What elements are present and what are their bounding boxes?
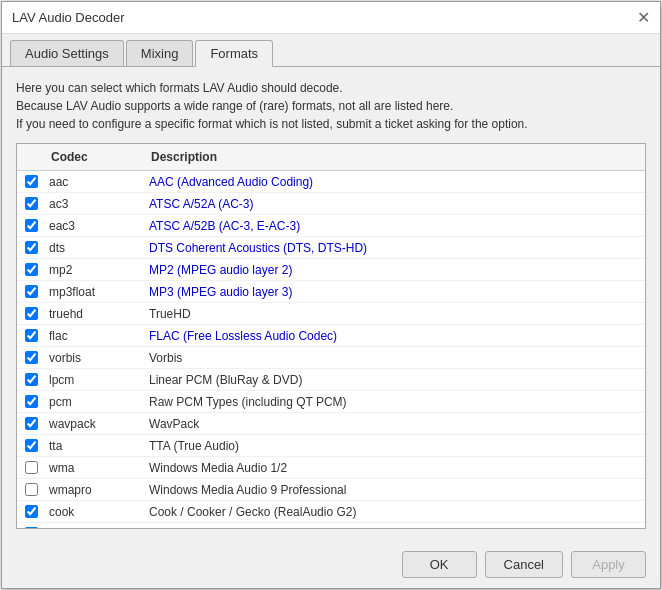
row-codec: wma — [45, 459, 145, 477]
tab-mixing[interactable]: Mixing — [126, 40, 194, 66]
col-codec: Codec — [45, 148, 145, 166]
dialog-title: LAV Audio Decoder — [12, 10, 125, 25]
table-row: eac3ATSC A/52B (AC-3, E-AC-3) — [17, 215, 645, 237]
title-bar: LAV Audio Decoder ✕ — [2, 2, 660, 34]
info-line2: Because LAV Audio supports a wide range … — [16, 97, 646, 115]
row-checkbox[interactable] — [17, 527, 45, 528]
row-checkbox[interactable] — [17, 175, 45, 188]
row-description: WavPack — [145, 415, 645, 433]
row-checkbox[interactable] — [17, 395, 45, 408]
row-checkbox[interactable] — [17, 307, 45, 320]
codec-table: Codec Description aacAAC (Advanced Audio… — [16, 143, 646, 529]
row-description: Real Audio (SIPR, RALF, 14.4 28.8) — [145, 525, 645, 529]
cancel-button[interactable]: Cancel — [485, 551, 563, 578]
row-checkbox[interactable] — [17, 461, 45, 474]
table-row: cookCook / Cooker / Gecko (RealAudio G2) — [17, 501, 645, 523]
row-codec: ac3 — [45, 195, 145, 213]
row-codec: truehd — [45, 305, 145, 323]
table-row: wavpackWavPack — [17, 413, 645, 435]
table-row: mp3floatMP3 (MPEG audio layer 3) — [17, 281, 645, 303]
row-codec: aac — [45, 173, 145, 191]
row-description: ATSC A/52A (AC-3) — [145, 195, 645, 213]
row-description: DTS Coherent Acoustics (DTS, DTS-HD) — [145, 239, 645, 257]
content-area: Here you can select which formats LAV Au… — [2, 67, 660, 541]
row-codec: eac3 — [45, 217, 145, 235]
tab-formats[interactable]: Formats — [195, 40, 273, 67]
table-row: ttaTTA (True Audio) — [17, 435, 645, 457]
row-codec: flac — [45, 327, 145, 345]
table-row: truehdTrueHD — [17, 303, 645, 325]
row-checkbox[interactable] — [17, 505, 45, 518]
row-description: ATSC A/52B (AC-3, E-AC-3) — [145, 217, 645, 235]
row-codec: mp2 — [45, 261, 145, 279]
table-row: flacFLAC (Free Lossless Audio Codec) — [17, 325, 645, 347]
row-checkbox[interactable] — [17, 329, 45, 342]
row-description: Linear PCM (BluRay & DVD) — [145, 371, 645, 389]
table-row: mp2MP2 (MPEG audio layer 2) — [17, 259, 645, 281]
table-row: dtsDTS Coherent Acoustics (DTS, DTS-HD) — [17, 237, 645, 259]
row-codec: cook — [45, 503, 145, 521]
tab-audio-settings[interactable]: Audio Settings — [10, 40, 124, 66]
row-checkbox[interactable] — [17, 285, 45, 298]
table-body: aacAAC (Advanced Audio Coding)ac3ATSC A/… — [17, 171, 645, 528]
row-checkbox[interactable] — [17, 439, 45, 452]
table-row: realaudioReal Audio (SIPR, RALF, 14.4 28… — [17, 523, 645, 528]
col-desc: Description — [145, 148, 629, 166]
apply-button[interactable]: Apply — [571, 551, 646, 578]
row-checkbox[interactable] — [17, 219, 45, 232]
row-codec: lpcm — [45, 371, 145, 389]
row-codec: realaudio — [45, 525, 145, 529]
table-row: ac3ATSC A/52A (AC-3) — [17, 193, 645, 215]
table-row: lpcmLinear PCM (BluRay & DVD) — [17, 369, 645, 391]
row-checkbox[interactable] — [17, 351, 45, 364]
row-description: TTA (True Audio) — [145, 437, 645, 455]
row-codec: mp3float — [45, 283, 145, 301]
dialog: LAV Audio Decoder ✕ Audio Settings Mixin… — [1, 1, 661, 589]
row-checkbox[interactable] — [17, 483, 45, 496]
footer: OK Cancel Apply — [2, 541, 660, 588]
row-codec: wavpack — [45, 415, 145, 433]
row-description: MP3 (MPEG audio layer 3) — [145, 283, 645, 301]
row-description: Windows Media Audio 1/2 — [145, 459, 645, 477]
table-row: wmaWindows Media Audio 1/2 — [17, 457, 645, 479]
tab-bar: Audio Settings Mixing Formats — [2, 34, 660, 67]
row-codec: wmapro — [45, 481, 145, 499]
row-checkbox[interactable] — [17, 417, 45, 430]
row-checkbox[interactable] — [17, 241, 45, 254]
row-description: Windows Media Audio 9 Professional — [145, 481, 645, 499]
close-button[interactable]: ✕ — [637, 10, 650, 26]
row-checkbox[interactable] — [17, 197, 45, 210]
row-codec: dts — [45, 239, 145, 257]
col-check — [17, 148, 45, 166]
info-line1: Here you can select which formats LAV Au… — [16, 79, 646, 97]
row-codec: tta — [45, 437, 145, 455]
row-description: FLAC (Free Lossless Audio Codec) — [145, 327, 645, 345]
table-row: wmaproWindows Media Audio 9 Professional — [17, 479, 645, 501]
row-checkbox[interactable] — [17, 373, 45, 386]
table-row: vorbisVorbis — [17, 347, 645, 369]
info-block: Here you can select which formats LAV Au… — [16, 79, 646, 133]
table-header: Codec Description — [17, 144, 645, 171]
row-description: Raw PCM Types (including QT PCM) — [145, 393, 645, 411]
row-checkbox[interactable] — [17, 263, 45, 276]
table-row: pcmRaw PCM Types (including QT PCM) — [17, 391, 645, 413]
row-description: MP2 (MPEG audio layer 2) — [145, 261, 645, 279]
row-description: Vorbis — [145, 349, 645, 367]
ok-button[interactable]: OK — [402, 551, 477, 578]
row-description: AAC (Advanced Audio Coding) — [145, 173, 645, 191]
info-line3: If you need to configure a specific form… — [16, 115, 646, 133]
row-codec: pcm — [45, 393, 145, 411]
row-codec: vorbis — [45, 349, 145, 367]
row-description: Cook / Cooker / Gecko (RealAudio G2) — [145, 503, 645, 521]
row-description: TrueHD — [145, 305, 645, 323]
table-row: aacAAC (Advanced Audio Coding) — [17, 171, 645, 193]
